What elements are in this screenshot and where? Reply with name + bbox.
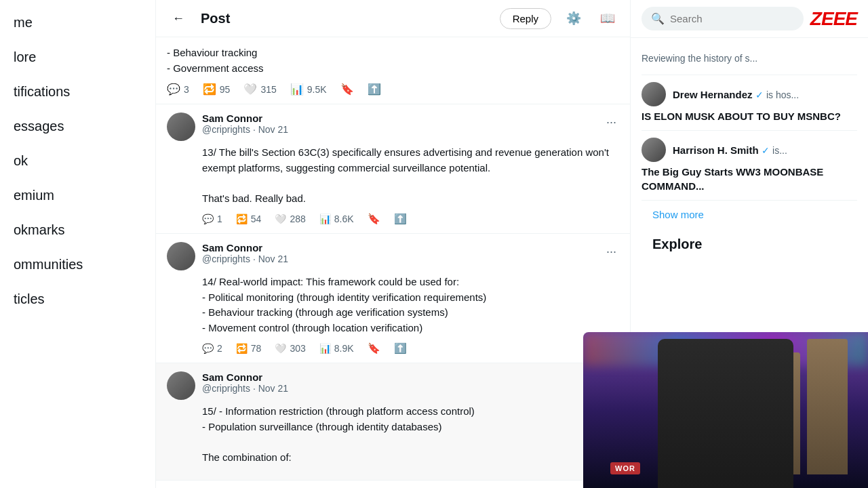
views-icon: 📊: [319, 214, 331, 224]
right-content: Reviewing the history of s... Drew Herna…: [631, 38, 868, 275]
tweet-1-actions: 💬 1 🔁 54 🤍 288 📊 8.6K 🔖 ⬆️: [167, 213, 619, 225]
avatar-1: [167, 113, 195, 141]
explore-section: Show more: [642, 201, 857, 228]
verified-badge-1: ✓: [762, 145, 770, 156]
tweet-2-header: Sam Connor @criprights · Nov 21 ···: [167, 242, 619, 270]
views-action[interactable]: 📊 9.5K: [290, 83, 327, 96]
back-button[interactable]: ←: [167, 7, 190, 30]
tweet-1-views-count: 8.6K: [334, 214, 354, 224]
tweet-3-body: 15/ - Information restriction (through p…: [167, 404, 619, 465]
post-header: ← Post Reply ⚙️ 📖: [156, 0, 630, 37]
tweet-1-more-button[interactable]: ···: [604, 113, 619, 132]
search-icon: 🔍: [651, 12, 665, 25]
trending-headline-1: The Big Guy Starts WW3 MOONBASE COMMAND.…: [642, 165, 857, 193]
video-overlay: WOR: [583, 332, 868, 488]
sidebar-item-articles[interactable]: ticles: [0, 283, 155, 315]
heart-icon: 🤍: [275, 343, 286, 354]
views-icon: 📊: [319, 343, 331, 354]
search-bar: 🔍 ZEEE: [631, 0, 868, 38]
user-row-1: Harrison H. Smith ✓ is...: [642, 138, 857, 162]
retweet-count: 95: [220, 84, 231, 95]
video-person-figure: [658, 339, 793, 488]
like-action[interactable]: 🤍 315: [243, 83, 276, 96]
tweet-1-handle: @criprights · Nov 21: [202, 124, 597, 135]
tweet-2-retweet[interactable]: 🔁 78: [236, 343, 262, 354]
tweet-2: Sam Connor @criprights · Nov 21 ··· 14/ …: [156, 234, 630, 363]
retweet-icon: 🔁: [236, 343, 248, 354]
save-icon[interactable]: 🔖: [340, 83, 354, 96]
user-row-0: Drew Hernandez ✓ is hos...: [642, 82, 857, 106]
sidebar-item-notifications[interactable]: tifications: [0, 76, 155, 108]
tweet-1-share-icon[interactable]: ⬆️: [394, 213, 407, 225]
sidebar-item-messages[interactable]: essages: [0, 110, 155, 142]
tweet-1-meta: Sam Connor @criprights · Nov 21: [202, 113, 597, 135]
tweet-1-retweet[interactable]: 🔁 54: [236, 214, 262, 224]
partial-tweet: - Behaviour tracking - Government access…: [156, 37, 630, 104]
sidebar-item-premium[interactable]: emium: [0, 180, 155, 211]
sidebar-item-communities[interactable]: ommunities: [0, 249, 155, 281]
zeee-logo: ZEEE: [810, 8, 857, 30]
tweet-2-handle: @criprights · Nov 21: [202, 253, 597, 264]
reply-icon: 💬: [202, 214, 214, 224]
tweet-3-author: Sam Connor: [202, 371, 597, 383]
retweet-icon: 🔁: [236, 214, 248, 224]
tweet-1-retweet-count: 54: [251, 214, 262, 224]
heart-icon: 🤍: [275, 214, 286, 224]
tweet-3: Sam Connor @criprights · Nov 21 ··· 15/ …: [156, 363, 630, 481]
search-input[interactable]: [670, 13, 794, 24]
tweet-3-meta: Sam Connor @criprights · Nov 21: [202, 371, 597, 394]
tweet-2-views[interactable]: 📊 8.9K: [319, 343, 354, 354]
show-more-button[interactable]: Show more: [652, 209, 846, 220]
tweet-1-save-icon[interactable]: 🔖: [368, 213, 380, 225]
retweet-action[interactable]: 🔁 95: [203, 83, 231, 96]
avatar-2: [167, 242, 195, 270]
reply-action[interactable]: 💬 3: [167, 83, 189, 96]
user-host-1: is...: [772, 145, 787, 156]
tweet-2-like-count: 303: [290, 343, 305, 354]
sidebar-item-grok[interactable]: ok: [0, 145, 155, 177]
tweet-3-handle: @criprights · Nov 21: [202, 383, 597, 394]
tweet-2-reply-count: 2: [217, 343, 222, 354]
reviewing-text: Reviewing the history of s...: [642, 53, 857, 64]
views-icon: 📊: [290, 83, 304, 96]
tweet-2-body: 14/ Real-world impact: This framework co…: [167, 274, 619, 336]
search-input-wrap[interactable]: 🔍: [642, 7, 804, 30]
tweet-2-like[interactable]: 🤍 303: [275, 343, 305, 354]
user-name-1: Harrison H. Smith: [673, 144, 759, 156]
verified-badge-0: ✓: [755, 89, 764, 100]
tweet-3-header: Sam Connor @criprights · Nov 21 ···: [167, 371, 619, 400]
tweet-2-more-button[interactable]: ···: [604, 242, 619, 262]
tweet-1-like[interactable]: 🤍 288: [275, 214, 305, 224]
bookmark-icon[interactable]: 📖: [596, 7, 619, 30]
tweet-1-views[interactable]: 📊 8.6K: [319, 214, 354, 224]
share-icon[interactable]: ⬆️: [368, 83, 381, 96]
user-name-0: Drew Hernandez: [673, 89, 753, 100]
tweet-2-save-icon[interactable]: 🔖: [368, 342, 380, 354]
reply-count: 3: [184, 84, 189, 95]
retweet-icon: 🔁: [203, 83, 216, 96]
tweet-1-like-count: 288: [290, 214, 305, 224]
tweet-2-actions: 💬 2 🔁 78 🤍 303 📊 8.9K 🔖 ⬆️: [167, 342, 619, 354]
partial-tweet-text: - Behaviour tracking - Government access: [167, 45, 619, 76]
left-sidebar: me lore tifications essages ok emium okm…: [0, 0, 156, 488]
tweet-1-author: Sam Connor: [202, 113, 597, 124]
filter-icon[interactable]: ⚙️: [562, 7, 585, 30]
reply-button[interactable]: Reply: [500, 8, 551, 29]
tweet-1-reply[interactable]: 💬 1: [202, 214, 222, 224]
trending-headline-0: IS ELON MUSK ABOUT TO BUY MSNBC?: [642, 109, 857, 123]
tweet-2-retweet-count: 78: [251, 343, 262, 354]
tweet-2-share-icon[interactable]: ⬆️: [394, 342, 407, 354]
sidebar-item-bookmarks[interactable]: okmarks: [0, 214, 155, 246]
sidebar-item-explore[interactable]: lore: [0, 41, 155, 73]
video-wor-badge: WOR: [610, 462, 640, 474]
tweet-2-views-count: 8.9K: [334, 343, 354, 354]
reply-icon: 💬: [167, 83, 180, 96]
page-title: Post: [201, 11, 489, 26]
trending-item-0: Drew Hernandez ✓ is hos... IS ELON MUSK …: [642, 75, 857, 131]
tweet-1-reply-count: 1: [217, 214, 222, 224]
tweet-2-meta: Sam Connor @criprights · Nov 21: [202, 242, 597, 264]
explore-title: Explore: [652, 237, 846, 252]
tweet-2-reply[interactable]: 💬 2: [202, 343, 222, 354]
sidebar-item-home[interactable]: me: [0, 7, 155, 39]
tweet-2-author: Sam Connor: [202, 242, 597, 253]
